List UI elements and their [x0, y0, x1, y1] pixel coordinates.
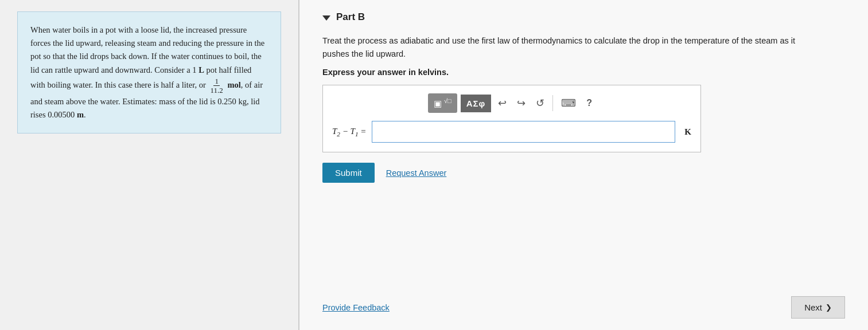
keyboard-button[interactable]: ⌨ [558, 95, 579, 112]
greek-symbols-button[interactable]: ΑΣφ [461, 95, 492, 112]
refresh-button[interactable]: ↺ [532, 95, 548, 112]
express-label: Express your answer in kelvins. [322, 68, 845, 77]
redo-button[interactable]: ↪ [513, 95, 529, 112]
template-icon: ▣ √□ [434, 97, 451, 109]
undo-button[interactable]: ↩ [495, 95, 510, 112]
template-radical-group: ▣ √□ [428, 93, 457, 113]
equation-label: T2 − T1 = [332, 127, 366, 138]
collapse-chevron-icon[interactable] [322, 15, 330, 21]
part-header: Part B [322, 11, 845, 23]
answer-box: ▣ √□ ΑΣφ ↩ ↪ ↺ ⌨ ? T2 − T1 = K [322, 85, 701, 152]
answer-input[interactable] [372, 121, 675, 143]
input-row: T2 − T1 = K [332, 121, 691, 143]
left-panel: When water boils in a pot with a loose l… [0, 0, 298, 330]
next-button[interactable]: Next ❯ [791, 296, 845, 319]
request-answer-link[interactable]: Request Answer [386, 168, 447, 178]
help-button[interactable]: ? [583, 96, 595, 111]
template-button[interactable]: ▣ √□ [428, 93, 457, 113]
submit-button[interactable]: Submit [322, 163, 375, 183]
bottom-row: Provide Feedback Next ❯ [322, 290, 845, 319]
part-title: Part B [336, 11, 365, 23]
problem-box: When water boils in a pot with a loose l… [17, 11, 281, 133]
question-text: Treat the process as adiabatic and use t… [322, 34, 816, 61]
math-toolbar: ▣ √□ ΑΣφ ↩ ↪ ↺ ⌨ ? [332, 93, 691, 113]
action-row: Submit Request Answer [322, 163, 845, 183]
next-label: Next [804, 302, 822, 312]
fraction-1-over-11.2: 1 11.2 [209, 77, 224, 95]
toolbar-separator [552, 95, 553, 111]
right-panel: Part B Treat the process as adiabatic an… [299, 0, 868, 330]
unit-label: K [684, 127, 691, 137]
provide-feedback-link[interactable]: Provide Feedback [322, 303, 390, 312]
next-chevron-icon: ❯ [826, 303, 832, 312]
